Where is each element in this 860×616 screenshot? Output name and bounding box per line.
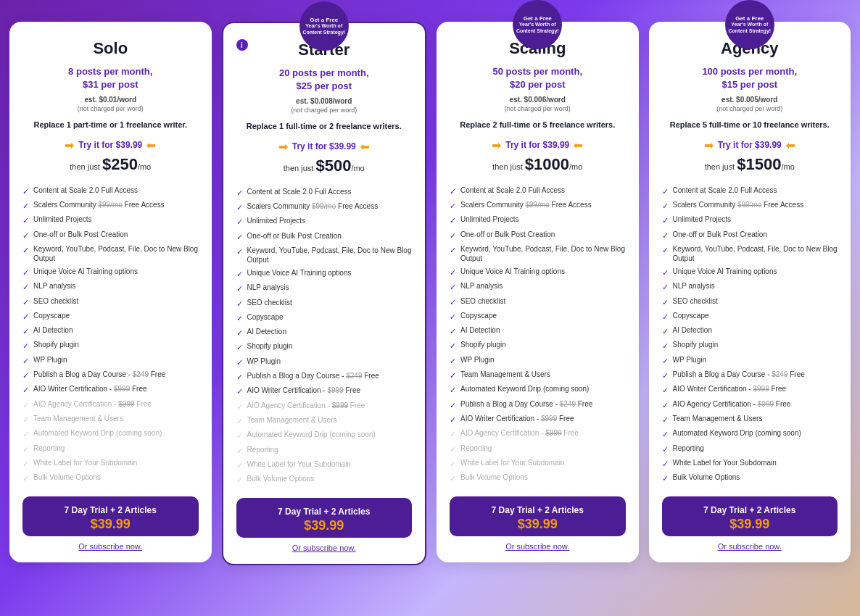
cta-button-starter[interactable]: 7 Day Trial + 2 Articles $39.99 — [236, 498, 413, 538]
feature-item: ✓ NLP analysis — [22, 281, 199, 292]
check-icon: ✓ — [450, 429, 456, 439]
feature-item: ✓ Scalers Community $99/mo Free Access — [236, 201, 413, 212]
cta-button-solo[interactable]: 7 Day Trial + 2 Articles $39.99 — [22, 496, 199, 536]
feature-item: ✓ WP Plugin — [662, 355, 838, 366]
then-just: then just $1500/mo — [662, 155, 838, 174]
feature-item: ✓ Bulk Volume Options — [236, 474, 413, 485]
feature-text: AIO Agency Certification - $999 Free — [460, 428, 579, 438]
page-wrapper: Solo 8 posts per month,$31 per post est.… — [9, 14, 851, 565]
feature-text: Team Management & Users — [33, 414, 123, 423]
feature-item: ✓ AIO Writer Certification - $999 Free — [236, 386, 413, 396]
cta-button-agency[interactable]: 7 Day Trial + 2 Articles $39.99 — [662, 496, 838, 536]
check-icon: ✓ — [662, 186, 669, 196]
feature-item: ✓ AIO Agency Certification - $999 Free — [22, 399, 199, 410]
check-icon: ✓ — [662, 312, 669, 322]
check-icon: ✓ — [450, 473, 456, 483]
plan-est: est. $0.006/word — [450, 96, 626, 104]
feature-item: ✓ Shopify plugin — [662, 340, 838, 351]
feature-text: Bulk Volume Options — [673, 473, 740, 482]
plan-card-solo: Solo 8 posts per month,$31 per post est.… — [9, 22, 212, 562]
check-icon: ✓ — [450, 282, 456, 292]
check-icon: ✓ — [450, 459, 456, 469]
check-icon: ✓ — [22, 444, 29, 454]
plan-replace: Replace 1 part-time or 1 freelance write… — [22, 120, 199, 130]
check-icon: ✓ — [662, 267, 669, 278]
subscribe-link-scaling[interactable]: Or subscribe now. — [450, 542, 626, 551]
try-it-row: ➡ Try it for $39.99 ➡ — [236, 140, 413, 154]
plan-card-starter: Get a Free Year's Worth of Content Strat… — [222, 22, 427, 565]
check-icon: ✓ — [236, 283, 243, 294]
feature-text: Copyscape — [460, 311, 497, 320]
feature-text: AI Detection — [673, 325, 712, 335]
feature-text: AI Detection — [247, 327, 286, 336]
feature-item: ✓ AI Detection — [22, 325, 199, 336]
check-icon: ✓ — [22, 201, 29, 211]
check-icon: ✓ — [236, 299, 243, 309]
feature-item: ✓ SEO checklist — [662, 296, 838, 307]
feature-item: ✓ Team Management & Users — [22, 414, 199, 425]
badge-container-scaling: Get a Free Year's Worth of Content Strat… — [513, 0, 562, 49]
cta-button-scaling[interactable]: 7 Day Trial + 2 Articles $39.99 — [450, 496, 626, 536]
feature-item: ✓ Copyscape — [450, 311, 626, 322]
subscribe-link-starter[interactable]: Or subscribe now. — [236, 544, 413, 552]
feature-item: ✓ Publish a Blog a Day Course - $249 Fre… — [450, 399, 626, 410]
feature-text: Bulk Volume Options — [247, 474, 315, 483]
feature-item: ✓ Shopify plugin — [22, 340, 199, 351]
feature-text: One-off or Bulk Post Creation — [673, 230, 767, 239]
feature-text: Shopify plugin — [460, 340, 506, 349]
features-list: ✓ Content at Scale 2.0 Full Access ✓ Sca… — [662, 186, 838, 484]
feature-text: Unique Voice AI Training options — [460, 267, 565, 276]
feature-item: ✓ One-off or Bulk Post Creation — [22, 230, 199, 241]
feature-text: Team Management & Users — [247, 415, 337, 425]
check-icon: ✓ — [236, 401, 243, 412]
feature-text: Bulk Volume Options — [33, 473, 101, 482]
check-icon: ✓ — [236, 386, 243, 396]
feature-item: ✓ AIO Agency Certification - $999 Free — [236, 401, 413, 412]
check-icon: ✓ — [662, 400, 669, 410]
feature-item: ✓ Reporting — [236, 445, 413, 456]
check-icon: ✓ — [236, 328, 243, 338]
feature-item: ✓ Unique Voice AI Training options — [236, 268, 413, 279]
check-icon: ✓ — [450, 215, 456, 225]
check-icon: ✓ — [450, 370, 456, 380]
check-icon: ✓ — [22, 473, 29, 483]
feature-item: ✓ Automated Keyword Drip (coming soon) — [236, 430, 413, 441]
check-icon: ✓ — [236, 246, 243, 257]
plan-card-agency: Get a Free Year's Worth of Content Strat… — [649, 22, 851, 562]
cta-title: 7 Day Trial + 2 Articles — [28, 505, 193, 515]
check-icon: ✓ — [662, 326, 669, 336]
check-icon: ✓ — [662, 385, 669, 395]
feature-item: ✓ Publish a Blog a Day Course - $249 Fre… — [662, 370, 838, 380]
feature-item: ✓ Reporting — [662, 444, 838, 454]
monthly-suffix: /mo — [138, 162, 151, 171]
feature-item: ✓ Content at Scale 2.0 Full Access — [662, 186, 838, 196]
feature-item: ✓ SEO checklist — [236, 298, 413, 309]
feature-text: WP Plugin — [460, 355, 495, 365]
arrow-left-icon: ➡ — [278, 140, 288, 154]
feature-text: Keyword, YouTube, Podcast, File, Doc to … — [33, 244, 199, 263]
feature-text: Publish a Blog a Day Course - $249 Free — [460, 399, 592, 409]
plan-est: est. $0.008/word — [236, 97, 413, 105]
feature-text: Keyword, YouTube, Podcast, File, Doc to … — [460, 244, 626, 263]
feature-item: ✓ Copyscape — [236, 312, 413, 323]
subscribe-link-agency[interactable]: Or subscribe now. — [662, 542, 838, 551]
check-icon: ✓ — [662, 370, 669, 380]
feature-text: White Label for Your Subdomain — [673, 458, 777, 467]
feature-item: ✓ Shopify plugin — [236, 341, 413, 352]
feature-text: Keyword, YouTube, Podcast, File, Doc to … — [673, 244, 838, 263]
plan-posts: 20 posts per month,$25 per post — [236, 67, 413, 93]
features-list: ✓ Content at Scale 2.0 Full Access ✓ Sca… — [22, 186, 199, 484]
feature-item: ✓ Scalers Community $99/mo Free Access — [662, 200, 838, 211]
feature-item: ✓ Bulk Volume Options — [450, 473, 626, 483]
plan-est: est. $0.005/word — [662, 96, 838, 104]
feature-item: ✓ Unlimited Projects — [22, 215, 199, 225]
check-icon: ✓ — [22, 245, 29, 255]
feature-item: ✓ AIO Agency Certification - $999 Free — [450, 428, 626, 439]
subscribe-link-solo[interactable]: Or subscribe now. — [22, 542, 199, 551]
feature-text: Copyscape — [33, 311, 70, 320]
plan-est: est. $0.01/word — [22, 96, 199, 104]
feature-item: ✓ Content at Scale 2.0 Full Access — [450, 186, 626, 196]
check-icon: ✓ — [236, 217, 243, 227]
plan-replace: Replace 1 full-time or 2 freelance write… — [236, 121, 413, 132]
monthly-price: $500 — [315, 157, 351, 175]
